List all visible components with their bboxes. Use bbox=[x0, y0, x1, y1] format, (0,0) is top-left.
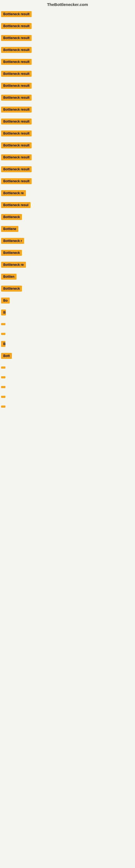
list-item: Bo bbox=[1, 298, 135, 305]
bottleneck-badge[interactable]: Bottleneck result bbox=[1, 154, 32, 160]
list-item bbox=[1, 365, 135, 370]
list-item: Bottleneck result bbox=[1, 166, 135, 173]
list-item: Bottleneck result bbox=[1, 71, 135, 78]
bottleneck-badge[interactable]: Bottleneck result bbox=[1, 119, 32, 124]
list-item: Bottleneck result bbox=[1, 35, 135, 42]
bottleneck-badge[interactable]: Bottleneck result bbox=[1, 59, 32, 65]
list-item bbox=[1, 394, 135, 399]
list-item: Bottlen bbox=[1, 274, 135, 281]
list-item: Bottleneck result bbox=[1, 106, 135, 114]
bottleneck-badge[interactable]: Bottleneck result bbox=[1, 23, 32, 29]
bottleneck-badge[interactable] bbox=[1, 333, 5, 335]
list-item: Bottleneck bbox=[1, 250, 135, 257]
bottleneck-badge[interactable]: Bottleneck result bbox=[1, 83, 32, 89]
bottleneck-badge[interactable]: Bottleneck r bbox=[1, 238, 24, 244]
bottleneck-list: Bottleneck resultBottleneck resultBottle… bbox=[0, 10, 135, 409]
list-item: Bottleneck resul bbox=[1, 202, 135, 209]
bottleneck-badge[interactable]: Bottleneck result bbox=[1, 71, 32, 77]
bottleneck-badge[interactable]: Bottleneck resul bbox=[1, 202, 31, 208]
list-item: B bbox=[1, 341, 135, 348]
list-item: Bottleneck result bbox=[1, 95, 135, 102]
bottleneck-badge[interactable] bbox=[1, 405, 5, 408]
bottleneck-badge[interactable] bbox=[1, 386, 5, 388]
list-item: Bottleneck result bbox=[1, 143, 135, 150]
list-item: Bottleneck result bbox=[1, 178, 135, 185]
list-item: Bottleneck result bbox=[1, 83, 135, 90]
bottleneck-badge[interactable]: Bottleneck result bbox=[1, 95, 32, 101]
list-item: Bottleneck result bbox=[1, 130, 135, 137]
list-item: Bottleneck bbox=[1, 286, 135, 293]
list-item: Bottleneck bbox=[1, 214, 135, 221]
bottleneck-badge[interactable]: B bbox=[1, 310, 6, 315]
list-item: Bottlene bbox=[1, 226, 135, 233]
bottleneck-badge[interactable]: Bottleneck bbox=[1, 250, 22, 256]
bottleneck-badge[interactable]: Bottleneck result bbox=[1, 11, 32, 17]
list-item: Bott bbox=[1, 353, 135, 360]
list-item: Bottleneck result bbox=[1, 154, 135, 161]
bottleneck-badge[interactable]: Bottleneck re bbox=[1, 262, 26, 268]
bottleneck-badge[interactable]: Bottleneck bbox=[1, 214, 22, 220]
list-item: Bottleneck result bbox=[1, 47, 135, 54]
bottleneck-badge[interactable]: Bottleneck result bbox=[1, 143, 32, 148]
list-item bbox=[1, 384, 135, 389]
bottleneck-badge[interactable]: Bo bbox=[1, 298, 10, 304]
list-item bbox=[1, 331, 135, 336]
list-item bbox=[1, 375, 135, 379]
bottleneck-badge[interactable]: Bottleneck bbox=[1, 286, 22, 291]
bottleneck-badge[interactable]: Bottleneck result bbox=[1, 106, 32, 113]
bottleneck-badge[interactable] bbox=[1, 376, 5, 378]
list-item: Bottleneck re bbox=[1, 190, 135, 197]
bottleneck-badge[interactable] bbox=[1, 323, 5, 325]
list-item: Bottleneck result bbox=[1, 11, 135, 18]
bottleneck-badge[interactable]: Bottleneck result bbox=[1, 47, 32, 53]
bottleneck-badge[interactable]: Bottleneck result bbox=[1, 178, 32, 184]
list-item: Bottleneck re bbox=[1, 262, 135, 269]
bottleneck-badge[interactable]: Bott bbox=[1, 353, 12, 359]
bottleneck-badge[interactable]: B bbox=[1, 341, 5, 347]
list-item bbox=[1, 404, 135, 409]
list-item: Bottleneck result bbox=[1, 59, 135, 66]
bottleneck-badge[interactable] bbox=[1, 396, 5, 398]
site-title: TheBottlenecker.com bbox=[47, 2, 88, 7]
bottleneck-badge[interactable]: Bottlene bbox=[1, 226, 18, 232]
site-header: TheBottlenecker.com bbox=[0, 0, 135, 10]
bottleneck-badge[interactable]: Bottleneck result bbox=[1, 130, 32, 136]
bottleneck-badge[interactable]: Bottlen bbox=[1, 274, 16, 280]
list-item: B bbox=[1, 310, 135, 316]
bottleneck-badge[interactable]: Bottleneck re bbox=[1, 190, 26, 196]
bottleneck-badge[interactable] bbox=[1, 367, 5, 369]
bottleneck-badge[interactable]: Bottleneck result bbox=[1, 35, 32, 41]
list-item: Bottleneck r bbox=[1, 238, 135, 245]
list-item: Bottleneck result bbox=[1, 23, 135, 30]
list-item: Bottleneck result bbox=[1, 119, 135, 126]
bottleneck-badge[interactable]: Bottleneck result bbox=[1, 166, 32, 172]
list-item bbox=[1, 321, 135, 326]
